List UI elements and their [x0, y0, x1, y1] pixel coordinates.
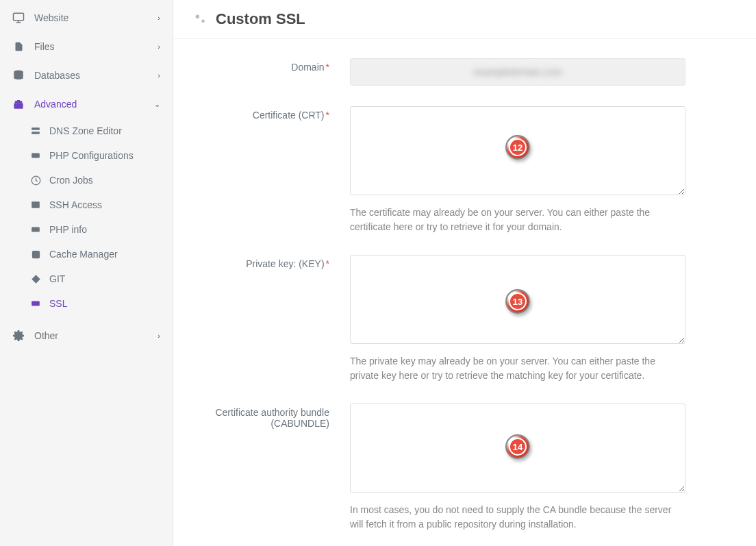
- ca-bundle-label: Certificate authority bundle (CABUNDLE): [192, 404, 350, 532]
- cache-icon: [30, 249, 41, 260]
- monitor-icon: [12, 12, 25, 24]
- sidebar-sub-label: PHP info: [49, 224, 160, 235]
- sidebar-sub-label: DNS Zone Editor: [49, 125, 160, 136]
- settings-icon: [192, 12, 207, 27]
- chevron-down-icon: ⌄: [154, 100, 160, 109]
- form-row-private-key: Private key: (KEY)* 13 The private key m…: [192, 255, 737, 383]
- ca-bundle-textarea[interactable]: [350, 404, 685, 493]
- sidebar-sub-label: SSL: [49, 298, 160, 309]
- sidebar-item-databases[interactable]: Databases ›: [0, 61, 173, 90]
- sidebar-sub-label: Cron Jobs: [49, 175, 160, 186]
- toolbox-icon: [12, 98, 25, 110]
- sidebar-item-label: Website: [34, 12, 158, 23]
- main-content: Custom SSL Domain* exampledomain.com Cer…: [173, 0, 756, 546]
- page-header: Custom SSL: [173, 0, 756, 39]
- chevron-right-icon: ›: [158, 71, 160, 79]
- required-marker: *: [326, 62, 329, 73]
- ssl-icon: [30, 298, 41, 309]
- svg-rect-9: [32, 227, 40, 232]
- sidebar-sub-git[interactable]: GIT: [0, 266, 173, 291]
- svg-point-14: [201, 19, 205, 23]
- sidebar-sub-dns-zone-editor[interactable]: DNS Zone Editor: [0, 119, 173, 143]
- sidebar-item-label: Advanced: [34, 99, 154, 110]
- sidebar-item-files[interactable]: Files ›: [0, 32, 173, 61]
- certificate-textarea[interactable]: [350, 106, 685, 195]
- required-marker: *: [326, 258, 329, 269]
- ca-bundle-help: In most cases, you do not need to supply…: [350, 503, 685, 532]
- sidebar-item-advanced[interactable]: Advanced ⌄: [0, 90, 173, 119]
- sidebar-sub-label: GIT: [49, 273, 160, 284]
- svg-rect-0: [14, 13, 24, 21]
- chevron-right-icon: ›: [158, 332, 160, 340]
- form-row-domain: Domain* exampledomain.com: [192, 58, 737, 86]
- svg-rect-10: [32, 250, 39, 258]
- terminal-icon: [30, 199, 41, 210]
- sidebar-sub-label: PHP Configurations: [49, 150, 160, 161]
- svg-rect-6: [32, 153, 40, 158]
- cogs-icon: [12, 330, 25, 342]
- dns-icon: [30, 125, 41, 136]
- sidebar-sub-php-configurations[interactable]: PHP Configurations: [0, 143, 173, 168]
- sidebar-item-label: Files: [34, 41, 158, 52]
- form-row-ca-bundle: Certificate authority bundle (CABUNDLE) …: [192, 404, 737, 532]
- sidebar-sub-label: Cache Manager: [49, 249, 160, 260]
- svg-rect-5: [32, 132, 40, 134]
- sidebar-sub-php-info[interactable]: PHP info: [0, 217, 173, 242]
- sidebar-sub-cron-jobs[interactable]: Cron Jobs: [0, 168, 173, 193]
- required-marker: *: [326, 110, 329, 121]
- sidebar-item-other[interactable]: Other ›: [0, 321, 173, 350]
- file-icon: [12, 40, 25, 53]
- sidebar-sub-ssh-access[interactable]: SSH Access: [0, 193, 173, 217]
- chevron-right-icon: ›: [158, 42, 160, 51]
- certificate-label: Certificate (CRT)*: [192, 106, 350, 234]
- sidebar-sub-label: SSH Access: [49, 199, 160, 210]
- form-row-certificate: Certificate (CRT)* 12 The certificate ma…: [192, 106, 737, 234]
- sidebar-item-website[interactable]: Website ›: [0, 3, 173, 32]
- sidebar-item-label: Other: [34, 330, 158, 341]
- svg-rect-4: [32, 127, 40, 130]
- domain-value: exampledomain.com: [473, 66, 562, 77]
- certificate-help: The certificate may already be on your s…: [350, 206, 685, 234]
- sidebar: Website › Files › Databases › Advanced ⌄…: [0, 0, 173, 546]
- sidebar-item-label: Databases: [34, 70, 158, 81]
- sidebar-sub-ssl[interactable]: SSL: [0, 291, 173, 316]
- chevron-right-icon: ›: [158, 14, 160, 22]
- domain-label: Domain*: [192, 58, 350, 86]
- sidebar-sub-cache-manager[interactable]: Cache Manager: [0, 242, 173, 266]
- domain-input: exampledomain.com: [350, 58, 685, 86]
- private-key-label: Private key: (KEY)*: [192, 255, 350, 383]
- form-container: Domain* exampledomain.com Certificate (C…: [173, 39, 756, 546]
- git-icon: [30, 273, 41, 284]
- svg-rect-11: [32, 301, 40, 306]
- info-icon: [30, 224, 41, 235]
- page-title: Custom SSL: [216, 10, 305, 28]
- private-key-help: The private key may already be on your s…: [350, 354, 685, 383]
- clock-icon: [30, 175, 41, 186]
- php-icon: [30, 150, 41, 161]
- private-key-textarea[interactable]: [350, 255, 685, 344]
- svg-point-13: [196, 15, 200, 18]
- database-icon: [12, 69, 25, 82]
- svg-rect-8: [32, 201, 40, 208]
